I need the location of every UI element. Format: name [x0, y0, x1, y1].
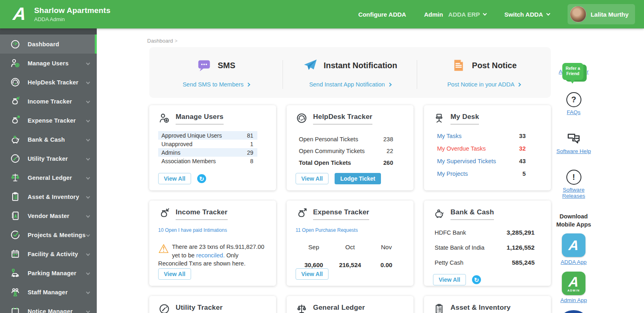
gauge-icon: [10, 153, 21, 164]
admin-app-link[interactable]: Admin App: [560, 297, 587, 303]
admin-role-dropdown[interactable]: AdminADDA ERP: [424, 11, 486, 18]
sidebar-item-helpdesk-tracker[interactable]: HelpDesk Tracker: [0, 73, 97, 92]
sidebar-item-asset-inventory[interactable]: Asset & Inventory: [0, 187, 97, 206]
configure-adda-button[interactable]: Configure ADDA: [358, 11, 406, 18]
download-mobile-apps-title: Download Mobile Apps: [555, 213, 592, 229]
sidebar-item-notice-manager[interactable]: Notice Manager: [0, 302, 97, 313]
chevron-right-icon: [387, 83, 392, 87]
user-avatar: [570, 6, 586, 22]
chat-help-icon: [566, 130, 582, 146]
chevron-right-icon: [246, 83, 250, 87]
adda-circle-app-icon[interactable]: A: [561, 310, 586, 313]
lodge-ticket-button[interactable]: Lodge Ticket: [335, 173, 381, 184]
card-general-ledger: General Ledger: [287, 296, 413, 313]
adda-app-link[interactable]: ADDA App: [561, 259, 587, 265]
user-name: Lalita Murthy: [591, 11, 629, 18]
reconciled-link[interactable]: reconciled.: [196, 252, 225, 259]
chevron-right-icon: [517, 83, 521, 87]
chevron-down-icon: [86, 290, 90, 294]
sidebar-item-parking-manager[interactable]: Parking Manager: [0, 263, 97, 283]
switch-adda-dropdown[interactable]: Switch ADDA: [504, 11, 549, 18]
sidebar-item-staff-manager[interactable]: Staff Manager: [0, 283, 97, 302]
sidebar-item-vendor-master[interactable]: Vendor Master: [0, 206, 97, 225]
chevron-down-icon: [86, 157, 90, 161]
scales-icon: [296, 303, 308, 313]
headset-icon: [10, 77, 21, 88]
chevron-down-icon: [86, 195, 90, 199]
table-row: Open Personal Tickets238: [296, 136, 393, 142]
chevron-down-icon: [86, 176, 90, 180]
scales-icon: [10, 172, 21, 183]
sidebar-item-dashboard[interactable]: Dashboard: [0, 35, 97, 54]
faqs-link[interactable]: FAQs: [567, 109, 581, 115]
breadcrumb[interactable]: Dashboard>: [147, 38, 178, 44]
refresh-icon[interactable]: ↻: [472, 275, 481, 284]
user-menu[interactable]: Lalita Murthy: [568, 4, 635, 24]
top-header: A Sharlow Apartments ADDA Admin Configur…: [0, 0, 644, 28]
sidebar-item-bank-cash[interactable]: Bank & Cash: [0, 130, 97, 149]
chevron-down-icon: [86, 99, 90, 104]
card-title: Asset & Inventory: [450, 304, 511, 313]
table-row: Open Community Tickets22: [296, 148, 393, 154]
sidebar-item-projects-meetings[interactable]: Projects & Meetings: [0, 225, 97, 244]
view-all-button[interactable]: View All: [158, 173, 191, 184]
money-bag-in-icon: [158, 207, 170, 220]
my-supervised-tickets-link[interactable]: My Supervised Tickets: [437, 158, 496, 164]
card-title: Bank & Cash: [450, 208, 494, 220]
clipboard-icon: [433, 303, 445, 313]
software-releases-link[interactable]: Software Releases: [559, 187, 588, 199]
brand: A Sharlow Apartments ADDA Admin: [0, 4, 134, 24]
notice-document-icon: [451, 58, 466, 73]
view-all-button[interactable]: View All: [433, 274, 466, 285]
sidebar-item-general-ledger[interactable]: General Ledger: [0, 168, 97, 187]
sms-bubble-icon: [197, 58, 211, 73]
view-all-button[interactable]: View All: [296, 173, 329, 184]
table-row: Approved Unique Users81: [158, 131, 257, 140]
view-all-button[interactable]: View All: [296, 268, 329, 280]
admin-product-label: ADDA ERP: [448, 11, 480, 18]
my-overdue-tasks-link[interactable]: My Overdue Tasks: [437, 145, 486, 152]
piggy-bank-icon: [433, 207, 445, 220]
card-title: General Ledger: [313, 304, 365, 313]
chevron-down-icon: [86, 80, 90, 84]
clipboard-icon: [10, 191, 21, 202]
org-subtitle: ADDA Admin: [34, 16, 111, 22]
table-row: Unapproved1: [158, 140, 257, 148]
card-income-tracker: Income Tracker 10 Open I have paid Intim…: [149, 201, 276, 286]
card-manage-users: Manage Users Approved Unique Users81 Una…: [149, 105, 276, 190]
list-item: My Supervised Tickets 43: [433, 158, 526, 164]
adda-app-icon[interactable]: A: [562, 233, 585, 257]
send-notification-link[interactable]: Send Instant App Notification: [309, 81, 391, 88]
list-item: My Overdue Tasks 32: [433, 145, 526, 152]
chevron-down-icon: [86, 233, 90, 237]
view-all-button[interactable]: View All: [158, 268, 191, 280]
sidebar-item-facility-activity[interactable]: Facility & Activity: [0, 244, 97, 263]
send-sms-link[interactable]: Send SMS to Members: [183, 81, 250, 88]
chevron-down-icon: [483, 11, 487, 15]
my-projects-link[interactable]: My Projects: [437, 171, 468, 177]
sidebar-item-income-tracker[interactable]: Income Tracker: [0, 92, 97, 111]
sidebar-item-expense-tracker[interactable]: Expense Tracker: [0, 111, 97, 130]
chevron-down-icon: [86, 252, 90, 256]
user-plus-icon: [158, 112, 170, 124]
post-notice-link[interactable]: Post Notice in your ADDA: [447, 81, 520, 88]
quick-actions-bar: SMS Send SMS to Members Instant Notifica…: [149, 47, 551, 98]
list-item: My Tasks 33: [433, 133, 526, 139]
open-purchase-requests-link[interactable]: 11 Open Purchase Requests: [296, 227, 405, 233]
exclamation-circle-icon: !: [566, 170, 581, 185]
sidebar-item-manage-users[interactable]: Manage Users: [0, 54, 97, 73]
card-utility-tracker: Utility Tracker: [149, 296, 276, 313]
admin-app-icon[interactable]: A ADMIN: [562, 272, 585, 295]
card-title: HelpDesk Tracker: [313, 113, 372, 125]
open-intimations-link[interactable]: 10 Open I have paid Intimations: [158, 227, 267, 233]
right-rail: Refer a Friend ADDA Refer ? FAQs Softwar…: [551, 28, 596, 313]
table-row: Petty Cash585,245: [433, 259, 535, 266]
dashboard-card-grid: Manage Users Approved Unique Users81 Una…: [149, 105, 551, 313]
refresh-icon[interactable]: ↻: [197, 174, 206, 183]
sidebar-item-utility-tracker[interactable]: Utility Tracker: [0, 149, 97, 168]
card-helpdesk-tracker: HelpDesk Tracker Open Personal Tickets23…: [287, 105, 413, 190]
check-circle-icon: [10, 229, 21, 240]
software-help-link[interactable]: Software Help: [557, 148, 591, 154]
table-row: HDFC Bank3,285,291: [433, 229, 535, 236]
my-tasks-link[interactable]: My Tasks: [437, 133, 461, 139]
